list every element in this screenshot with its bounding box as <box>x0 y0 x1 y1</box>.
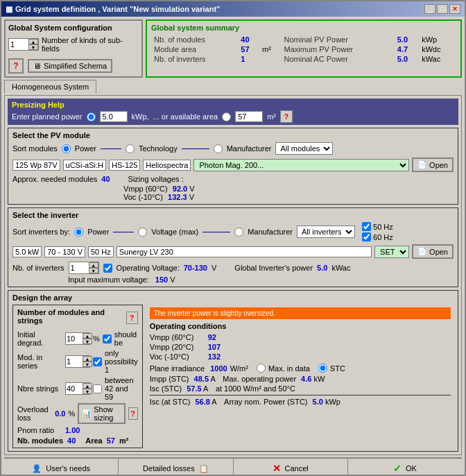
spinbox-up[interactable]: ▲ <box>28 39 38 44</box>
initial-down[interactable]: ▼ <box>83 339 92 344</box>
module-dropdown[interactable]: Photon Mag. 200... <box>193 159 409 171</box>
inv-sort-label: Sort inverters by: <box>12 228 70 236</box>
global-config-panel: Global System configuration ▲ ▼ Number o… <box>4 19 143 78</box>
cancel-label: Cancel <box>285 464 309 473</box>
inv-model-dropdown[interactable]: SET <box>374 246 409 258</box>
inv-open-button[interactable]: 📄 Open <box>412 244 454 259</box>
inv-nb-checkbox[interactable] <box>103 264 112 273</box>
approx-label: Approx. needed modules <box>12 175 97 183</box>
presizing-title: Presizing Help <box>12 101 454 109</box>
inv-spinbox-up[interactable]: ▲ <box>89 262 98 268</box>
inv-manufacturer-dropdown[interactable]: All inverters <box>297 226 355 238</box>
inv-nb-label: Nb. of inverters <box>12 264 64 272</box>
close-button[interactable]: ✕ <box>449 4 460 14</box>
between-checkbox[interactable] <box>93 384 102 393</box>
presizing-area-label: ... or available area <box>153 112 218 121</box>
inv-nb-spinbox[interactable]: ▲ ▼ <box>69 262 99 274</box>
inv-op-voltage-label: Operating Voltage: <box>116 264 180 272</box>
ok-label: OK <box>406 464 417 473</box>
array-title: Design the array <box>12 294 454 302</box>
inv-sort-voltage-radio[interactable] <box>138 228 147 237</box>
operating-conditions-panel: The inverter power is slightly oversized… <box>147 305 454 448</box>
nbre-strings-spinbox[interactable]: ▲ ▼ <box>65 382 90 395</box>
users-needs-icon: 👤 <box>32 464 42 473</box>
inv-sort-mfg-radio[interactable] <box>234 228 243 237</box>
cancel-button[interactable]: ✕ Cancel <box>234 459 348 475</box>
overload-row: Overload loss 0.0 % 📊 Show sizing ? <box>17 403 138 424</box>
initial-degrad-spinbox[interactable]: ▲ ▼ <box>65 332 90 345</box>
impp-stc-unit: A <box>210 375 215 383</box>
only-possibility-checkbox[interactable] <box>93 357 102 366</box>
ok-button[interactable]: ✓ OK <box>348 459 462 475</box>
voc-label: Voc (-10°C) <box>123 193 163 201</box>
help-button[interactable]: ? <box>8 58 24 74</box>
freq-50-checkbox[interactable] <box>362 222 371 231</box>
overload-help-button[interactable]: ? <box>128 407 138 420</box>
mod-series-spinbox[interactable]: ▲ ▼ <box>65 355 90 368</box>
inv-spinbox-buttons: ▲ ▼ <box>89 262 98 273</box>
module-name: HS-125 <box>109 160 140 171</box>
max-data-radio[interactable] <box>257 364 266 373</box>
nbre-strings-input[interactable] <box>66 384 83 393</box>
sort-technology-radio[interactable] <box>126 144 135 153</box>
presizing-help-button[interactable]: ? <box>280 110 293 123</box>
impp-stc-label: Impp (STC) <box>150 375 189 383</box>
inv-spinbox-down[interactable]: ▼ <box>89 268 98 273</box>
vmpp20-label: Vmpp (20°C) <box>150 343 205 351</box>
kinds-spinbox[interactable]: ▲ ▼ <box>8 38 39 51</box>
pnom-value: 1.00 <box>65 426 80 434</box>
sort-manufacturer-radio[interactable] <box>214 144 223 153</box>
spinbox-down[interactable]: ▼ <box>28 44 38 50</box>
mod-series-row: Mod. in series ▲ ▼ only possibility 1 <box>17 349 138 374</box>
initial-up[interactable]: ▲ <box>83 333 92 339</box>
inv-op-voltage-value: 70-130 <box>184 264 207 272</box>
stc-radio[interactable] <box>318 364 327 373</box>
isc-stc-unit: A <box>203 384 208 393</box>
summary-label-6: Nominal AC Power <box>282 54 395 64</box>
initial-degrad-row: Initial degrad. ▲ ▼ % should be <box>17 330 138 347</box>
plane-unit: W/m² <box>230 364 248 373</box>
mod-series-up[interactable]: ▲ <box>83 356 92 362</box>
titlebar-text: ▦ Grid system definition , Variant "New … <box>6 5 220 14</box>
presizing-power-input[interactable] <box>100 111 128 122</box>
should-be-checkbox[interactable] <box>103 334 112 343</box>
mod-series-down[interactable]: ▼ <box>83 362 92 367</box>
nbre-strings-down[interactable]: ▼ <box>83 389 92 394</box>
voc-value: 132.3 <box>168 193 187 201</box>
nbre-strings-up[interactable]: ▲ <box>83 383 92 389</box>
array-section: Design the array Number of modules and s… <box>8 290 458 452</box>
pv-open-button[interactable]: 📄 Open <box>412 158 454 172</box>
show-sizing-button[interactable]: 📊 Show sizing <box>78 403 125 424</box>
presizing-power-unit: kWp, <box>132 112 149 121</box>
detailed-losses-button[interactable]: Detailed losses 📋 <box>119 459 233 475</box>
isc-stc-label: Isc (STC) <box>150 384 182 393</box>
presizing-area-input[interactable] <box>235 111 263 122</box>
ms-help-button[interactable]: ? <box>126 312 138 324</box>
minimize-button[interactable]: _ <box>424 4 435 14</box>
kinds-input[interactable] <box>9 40 28 49</box>
freq-60-checkbox[interactable] <box>362 232 371 241</box>
mod-series-input[interactable] <box>66 357 83 366</box>
simplified-schema-button[interactable]: 🖥 Simplified Schema <box>28 59 112 73</box>
vmpp-row: Vmpp (60°C) 92.0 V <box>123 185 454 193</box>
manufacturer-dropdown[interactable]: All modules <box>275 142 333 155</box>
impp-stc-value: 48.5 <box>194 375 209 383</box>
presizing-power-radio[interactable] <box>87 112 96 121</box>
freq-50-label: 50 Hz <box>373 223 393 231</box>
inv-nb-input[interactable] <box>69 263 89 273</box>
simplified-icon: 🖥 <box>33 62 41 70</box>
maximize-button[interactable]: □ <box>437 4 448 14</box>
vmpp-label: Vmpp (60°C) <box>123 185 168 193</box>
voltage-rows: Vmpp (60°C) 92.0 V Voc (-10°C) 132.3 V <box>123 185 454 201</box>
approx-value: 40 <box>101 175 110 183</box>
tab-homogeneous[interactable]: Homogeneous System <box>4 80 96 94</box>
module-row: 125 Wp 87V uCSi-aSi:H HS-125 Heliospectr… <box>12 158 454 172</box>
presizing-area-radio[interactable] <box>222 112 231 121</box>
inv-sort-power-radio[interactable] <box>74 228 83 237</box>
users-needs-button[interactable]: 👤 User's needs <box>4 459 119 475</box>
sort-power-label: Power <box>75 144 96 153</box>
main-content: Global System configuration ▲ ▼ Number o… <box>1 17 465 475</box>
sort-power-radio[interactable] <box>62 144 71 153</box>
sizing-label: Sizing voltages : <box>128 175 184 183</box>
initial-degrad-input[interactable] <box>66 334 83 343</box>
